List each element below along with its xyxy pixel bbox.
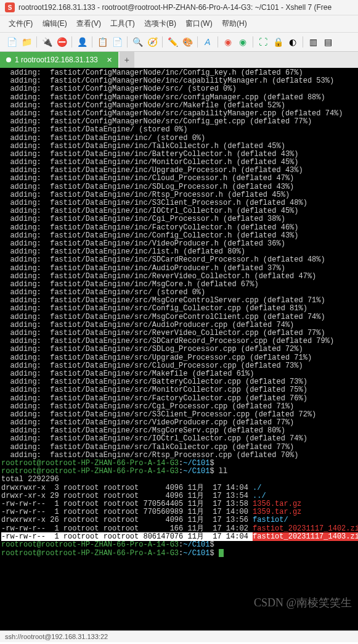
menu-bar: 文件(F) 编辑(E) 查看(V) 工具(T) 选项卡(B) 窗口(W) 帮助(… — [0, 15, 358, 33]
menu-help[interactable]: 帮助(H) — [218, 17, 251, 30]
lock-icon[interactable]: 🔒 — [271, 35, 285, 49]
separator — [92, 36, 92, 47]
separator — [303, 36, 303, 47]
highlight-icon[interactable]: ✏️ — [166, 35, 179, 49]
font-icon[interactable]: A — [201, 35, 214, 49]
menu-edit[interactable]: 编辑(E) — [39, 17, 71, 30]
reconnect-icon[interactable]: 🔌 — [40, 35, 54, 49]
tab-active[interactable]: 1 rootroot192.168.31.133 ✕ — [0, 52, 118, 68]
separator — [127, 36, 128, 47]
menu-file[interactable]: 文件(F) — [5, 17, 36, 30]
fullscreen-icon[interactable]: ⛶ — [256, 35, 270, 49]
toolbar: 📄 📁 🔌 ⛔ 👤 📋 📄 🔍 🧭 ✏️ 🎨 A ◉ ◉ ⛶ 🔒 ◐ ▥ ▤ — [0, 33, 358, 52]
menu-view[interactable]: 查看(V) — [73, 17, 105, 30]
search-icon[interactable]: 🔍 — [131, 35, 144, 49]
tab-status-icon — [6, 57, 11, 62]
title-bar: S rootroot192.168.31.133 - rootroot@root… — [0, 0, 358, 15]
app-icon: S — [5, 2, 15, 12]
xshell-icon[interactable]: ◉ — [221, 35, 235, 49]
watermark: CSDN @南棱笑笑生 — [254, 597, 352, 609]
status-bar: ssh://rootroot@192.168.31.133:22 — [0, 630, 358, 642]
profile-icon[interactable]: 👤 — [75, 35, 89, 49]
tab-label: 1 rootroot192.168.31.133 — [15, 56, 98, 64]
palette-icon[interactable]: 🎨 — [181, 35, 194, 49]
split-h-icon[interactable]: ▥ — [306, 35, 320, 49]
separator — [162, 36, 163, 47]
window-title: rootroot192.168.31.133 - rootroot@rootro… — [18, 3, 332, 12]
transparency-icon[interactable]: ◐ — [286, 35, 299, 49]
separator — [71, 36, 72, 47]
xftp-icon[interactable]: ◉ — [236, 35, 250, 49]
open-icon[interactable]: 📁 — [20, 35, 33, 49]
new-session-icon[interactable]: 📄 — [5, 35, 18, 49]
tab-bar: 1 rootroot192.168.31.133 ✕ + — [0, 52, 358, 68]
tab-add-button[interactable]: + — [120, 52, 134, 68]
menu-window[interactable]: 窗口(W) — [182, 17, 216, 30]
paste-icon[interactable]: 📄 — [110, 35, 124, 49]
split-v-icon[interactable]: ▤ — [321, 35, 335, 49]
separator — [36, 36, 37, 47]
menu-tools[interactable]: 工具(T) — [107, 17, 138, 30]
close-icon[interactable]: ✕ — [107, 56, 112, 64]
terminal[interactable]: adding: fastiot/ConfigManagerNode/inc/Co… — [0, 68, 358, 630]
separator — [253, 36, 253, 47]
separator — [218, 36, 218, 47]
nav-icon[interactable]: 🧭 — [145, 35, 159, 49]
menu-tabs[interactable]: 选项卡(B) — [140, 17, 180, 30]
separator — [197, 36, 198, 47]
disconnect-icon[interactable]: ⛔ — [55, 35, 68, 49]
copy-icon[interactable]: 📋 — [96, 35, 109, 49]
connection-status: ssh://rootroot@192.168.31.133:22 — [5, 633, 108, 640]
